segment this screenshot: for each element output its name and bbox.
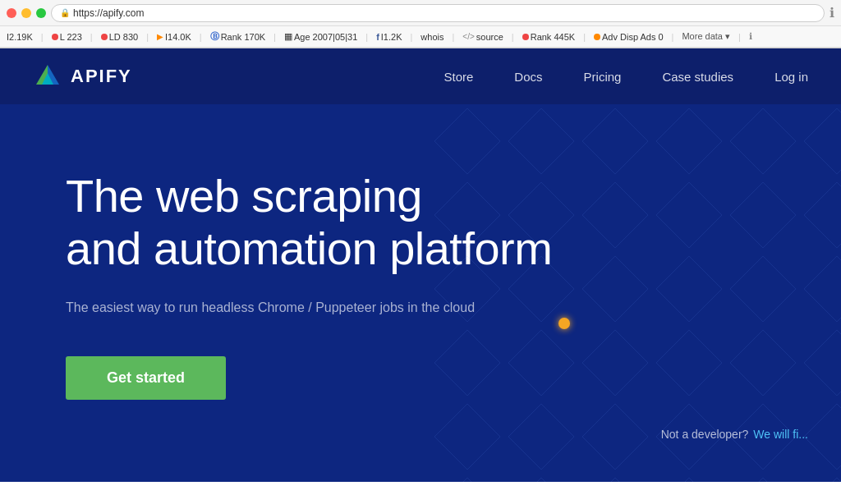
close-button[interactable] — [7, 8, 16, 18]
analytics-ld830[interactable]: LD 830 — [101, 32, 138, 42]
analytics-fb[interactable]: f I1.2K — [376, 32, 402, 42]
analytics-rank445k[interactable]: Rank 445K — [522, 32, 575, 42]
analytics-i14k[interactable]: ▶ I14.0K — [157, 32, 191, 42]
get-started-button[interactable]: Get started — [66, 356, 226, 400]
nav-docs[interactable]: Docs — [514, 70, 542, 84]
browser-toolbar: 🔒 https://apify.com ℹ — [0, 0, 841, 26]
url-text: https://apify.com — [73, 7, 144, 19]
logo-text: APIFY — [71, 66, 132, 87]
nav-login[interactable]: Log in — [774, 70, 808, 84]
hero-section: The web scraping and automation platform… — [0, 104, 841, 482]
advdisp-dot — [594, 34, 600, 40]
we-will-link[interactable]: We will fi... — [753, 428, 808, 441]
orange-dot — [558, 318, 570, 329]
analytics-ik[interactable]: I2.19K — [7, 32, 33, 42]
address-bar[interactable]: 🔒 https://apify.com — [51, 4, 825, 22]
apify-logo-icon — [33, 62, 62, 91]
lock-icon: 🔒 — [60, 8, 70, 17]
source-value: source — [476, 32, 503, 42]
analytics-l223[interactable]: L 223 — [52, 32, 82, 42]
analytics-age[interactable]: ▦ Age 2007|05|31 — [284, 31, 357, 42]
nav-store[interactable]: Store — [444, 70, 474, 84]
l223-dot — [52, 34, 58, 40]
nav-links: Store Docs Pricing Case studies — [444, 70, 734, 84]
moredata-value: More data ▾ — [682, 31, 730, 42]
advdisp-value: Adv Disp Ads 0 — [602, 32, 664, 42]
whois-value: whois — [420, 32, 443, 42]
age-value: Age 2007|05|31 — [294, 32, 357, 42]
nav-case-studies[interactable]: Case studies — [662, 70, 733, 84]
fb-value: I1.2K — [381, 32, 402, 42]
ld830-dot — [101, 34, 108, 40]
fb-icon: f — [376, 32, 379, 42]
rank170k-icon: Ⓑ — [210, 30, 219, 43]
l223-value: L 223 — [60, 32, 82, 42]
main-nav: APIFY Store Docs Pricing Case studies Lo… — [0, 48, 841, 104]
analytics-rank170k[interactable]: Ⓑ Rank 170K — [210, 30, 265, 43]
minimize-button[interactable] — [21, 8, 31, 18]
analytics-source[interactable]: </> source — [462, 32, 503, 42]
analytics-info-icon[interactable]: ℹ — [749, 31, 752, 42]
rank170k-value: Rank 170K — [221, 32, 265, 42]
analytics-advdisp[interactable]: Adv Disp Ads 0 — [594, 32, 664, 42]
analytics-whois[interactable]: whois — [420, 32, 443, 42]
info-icon[interactable]: ℹ — [830, 5, 834, 21]
hero-headline-line1: The web scraping — [66, 170, 422, 222]
i14k-icon: ▶ — [157, 32, 163, 41]
diamond-grid-bg — [430, 104, 841, 482]
rank445k-value: Rank 445K — [531, 32, 575, 42]
ik-value: I2.19K — [7, 32, 33, 42]
nav-logo[interactable]: APIFY — [33, 62, 132, 91]
svg-rect-5 — [430, 104, 841, 482]
analytics-bar: I2.19K | L 223 | LD 830 | ▶ I14.0K | Ⓑ R… — [0, 26, 841, 48]
i14k-value: I14.0K — [165, 32, 191, 42]
browser-chrome: 🔒 https://apify.com ℹ I2.19K | L 223 | L… — [0, 0, 841, 48]
nav-pricing[interactable]: Pricing — [584, 70, 622, 84]
age-icon: ▦ — [284, 31, 292, 42]
ld830-value: LD 830 — [109, 32, 138, 42]
source-icon: </> — [462, 32, 474, 41]
not-developer-text: Not a developer? — [661, 428, 749, 441]
website-content: APIFY Store Docs Pricing Case studies Lo… — [0, 48, 841, 504]
analytics-moredata[interactable]: More data ▾ — [682, 31, 730, 42]
hero-bottom-right: Not a developer? We will fi... — [661, 428, 808, 441]
maximize-button[interactable] — [36, 8, 46, 18]
rank445k-dot — [522, 34, 529, 40]
